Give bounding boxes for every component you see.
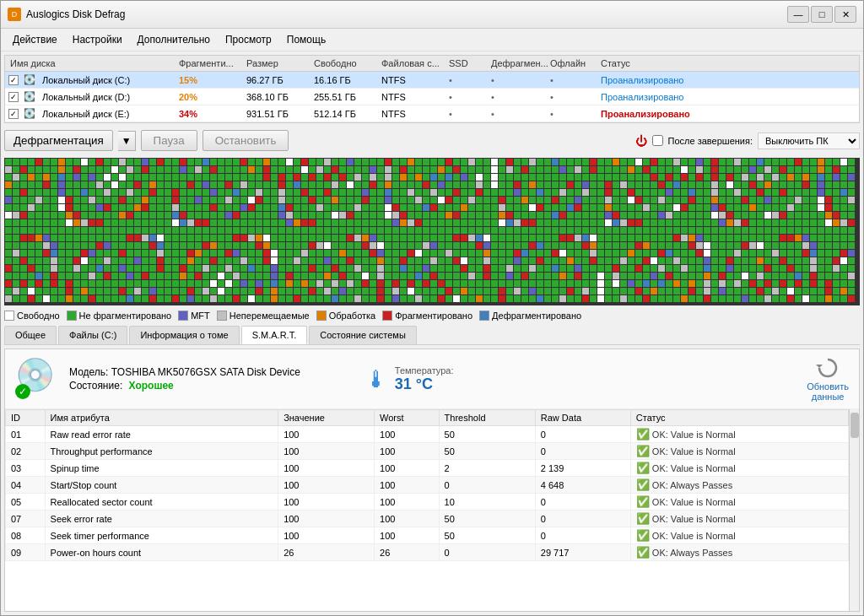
disk-label-d: Локальный диск (D:) [40,91,132,103]
disk-ssd-c: • [447,74,489,86]
stop-button[interactable]: Остановить [202,130,289,151]
col-ssd: SSD [447,57,489,69]
scrollbar-thumb[interactable] [850,413,859,438]
smart-cell-name: Throughput performance [45,443,278,460]
legend-free: Свободно [4,311,60,321]
disk-name-e: ✓ 💽 Локальный диск (E:) [8,107,177,120]
disk-ssd-d: • [447,91,489,103]
disk-checkbox-c[interactable]: ✓ [8,75,19,85]
tab-system-state[interactable]: Состояние системы [309,326,417,344]
smart-cell-value: 100 [278,527,375,544]
smart-cell-name: Start/Stop count [45,477,278,494]
disk-ok-badge: ✓ [15,384,30,399]
smart-table-row: 07 Seek error rate 100 100 50 0 ✅ OK: Va… [6,511,849,527]
disk-checkbox-e[interactable]: ✓ [8,109,19,119]
disk-status-icon-area: 💿 ✓ [15,359,56,399]
refresh-button[interactable]: Обновитьданные [807,356,849,402]
disk-row[interactable]: ✓ 💽 Локальный диск (E:) 34% 931.51 ГБ 51… [5,105,859,122]
legend-box-processing [316,311,327,321]
smart-cell-id: 01 [6,426,46,443]
defrag-dropdown-arrow[interactable]: ▼ [118,131,136,151]
temp-info: Температура: 31 °C [395,365,454,393]
after-checkbox[interactable] [652,135,663,146]
power-icon: ⏻ [635,134,647,148]
legend-label-defragmented: Дефрагментировано [492,311,581,321]
legend-fragmented: Фрагментировано [382,311,472,321]
defrag-button[interactable]: Дефрагментация [4,130,113,151]
col-offline: Офлайн [548,57,599,69]
disk-defrag-d: • [489,91,548,103]
smart-cell-name: Seek timer performance [45,527,278,544]
legend-processing: Обработка [316,311,375,321]
disk-name-c: ✓ 💽 Локальный диск (C:) [8,73,177,86]
smart-cell-threshold: 0 [439,544,535,561]
disk-map-canvas [4,158,860,305]
smart-cell-threshold: 50 [439,443,535,460]
disk-checkbox-d[interactable]: ✓ [8,92,19,102]
smart-data-table: ID Имя атрибута Значение Worst Threshold… [5,409,849,561]
pause-button[interactable]: Пауза [141,130,197,151]
tab-smart[interactable]: S.M.A.R.T. [241,326,308,344]
tab-general[interactable]: Общее [4,326,57,344]
disk-icon-e: 💽 [22,107,37,120]
legend-label-fragmented: Фрагментировано [395,311,472,321]
smart-cell-threshold: 0 [439,477,535,494]
disk-free-c: 16.16 ГБ [312,74,380,86]
smart-cell-value: 100 [278,426,375,443]
legend-box-fragmented [382,311,392,321]
disk-icon-c: 💽 [22,73,37,86]
tab-files[interactable]: Файлы (C:) [58,326,127,344]
disk-fs-c: NTFS [380,74,447,86]
smart-cell-worst: 100 [375,426,440,443]
legend-mft: MFT [178,311,210,321]
menu-additional[interactable]: Дополнительно [131,31,217,48]
smart-cell-worst: 100 [375,494,440,511]
disk-row[interactable]: ✓ 💽 Локальный диск (D:) 20% 368.10 ГБ 25… [5,89,859,105]
legend-defragmented: Дефрагментировано [479,311,581,321]
content-area: Имя диска Фрагменти... Размер Свободно Ф… [1,51,863,615]
disk-offline-c: • [548,74,599,86]
smart-table-area: ID Имя атрибута Значение Worst Threshold… [5,409,859,611]
legend-label-processing: Обработка [329,311,375,321]
smart-cell-id: 02 [6,443,46,460]
disk-pct-c: 15% [177,74,245,86]
disk-free-e: 512.14 ГБ [312,108,380,120]
smart-cell-raw: 0 [535,494,630,511]
legend-label-free: Свободно [17,311,60,321]
smart-cell-name: Seek error rate [45,511,278,527]
title-bar-left: D Auslogics Disk Defrag [8,8,125,21]
smart-cell-id: 03 [6,460,46,477]
disk-row[interactable]: ✓ 💽 Локальный диск (C:) 15% 96.27 ГБ 16.… [5,72,859,89]
disk-size-e: 931.51 ГБ [245,108,312,120]
close-button[interactable]: ✕ [834,6,856,23]
thermometer-icon: 🌡 [364,365,388,393]
smart-cell-status: ✅ OK: Value is Normal [630,511,848,527]
status-ok-icon: ✅ [636,462,650,474]
disk-name-d: ✓ 💽 Локальный диск (D:) [8,90,177,103]
smart-cell-value: 100 [278,460,375,477]
refresh-icon [816,356,840,380]
disk-defrag-c: • [489,74,548,86]
disk-state-value: Хорошее [129,380,174,392]
col-name: Имя диска [8,57,177,69]
title-bar: D Auslogics Disk Defrag — □ ✕ [1,1,863,29]
legend-label-unfragmented: Не фрагментировано [79,311,172,321]
smart-cell-raw: 0 [535,511,630,527]
toolbar: Дефрагментация ▼ Пауза Остановить ⏻ Посл… [4,128,860,153]
th-value: Значение [278,410,375,426]
tab-volume-info[interactable]: Информация о томе [129,326,239,344]
after-label: После завершения: [668,136,753,146]
menu-help[interactable]: Помощь [280,31,332,48]
after-select[interactable]: Выключить ПК [758,132,860,149]
disk-ssd-e: • [447,108,489,120]
menu-settings[interactable]: Настройки [66,31,129,48]
disk-model: Модель: TOSHIBA MK5076GSX SATA Disk Devi… [69,366,300,378]
smart-cell-threshold: 2 [439,460,535,477]
minimize-button[interactable]: — [787,6,809,23]
menu-view[interactable]: Просмотр [219,31,278,48]
smart-cell-worst: 100 [375,477,440,494]
smart-cell-threshold: 50 [439,511,535,527]
smart-scrollbar[interactable] [849,409,859,611]
maximize-button[interactable]: □ [811,6,833,23]
menu-action[interactable]: Действие [6,31,64,48]
